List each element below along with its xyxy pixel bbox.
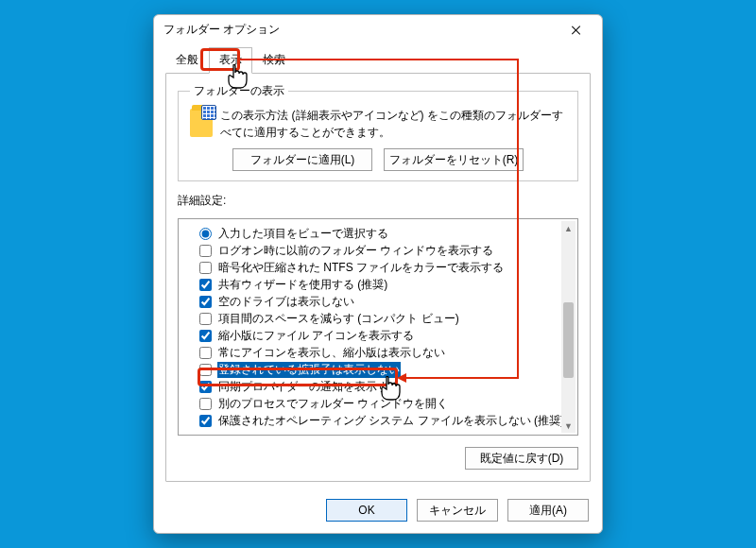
- advanced-item-label: 共有ウィザードを使用する (推奨): [217, 277, 388, 293]
- advanced-item-label: 保護されたオペレーティング システム ファイルを表示しない (推奨): [217, 413, 565, 429]
- checkbox-input[interactable]: [199, 313, 212, 325]
- advanced-item[interactable]: ログオン時に以前のフォルダー ウィンドウを表示する: [199, 242, 574, 259]
- advanced-settings-box: 入力した項目をビューで選択するログオン時に以前のフォルダー ウィンドウを表示する…: [178, 218, 578, 436]
- checkbox-input[interactable]: [199, 347, 212, 359]
- advanced-item[interactable]: 保護されたオペレーティング システム ファイルを表示しない (推奨): [199, 412, 574, 429]
- close-button[interactable]: [560, 18, 593, 43]
- advanced-item[interactable]: 縮小版にファイル アイコンを表示する: [199, 327, 574, 344]
- advanced-item[interactable]: 登録されている拡張子は表示しない: [199, 361, 574, 378]
- advanced-item-label: 常にアイコンを表示し、縮小版は表示しない: [217, 345, 446, 361]
- advanced-item-label: 空のドライブは表示しない: [217, 294, 355, 310]
- advanced-item-label: 登録されている拡張子は表示しない: [217, 362, 401, 378]
- advanced-item[interactable]: 同期プロバイダーの通知を表示する: [199, 378, 574, 395]
- advanced-settings-label: 詳細設定:: [178, 193, 578, 209]
- apply-to-folders-button[interactable]: フォルダーに適用(L): [232, 148, 372, 171]
- details-overlay-icon: [201, 105, 216, 120]
- ok-button[interactable]: OK: [326, 499, 407, 522]
- advanced-item[interactable]: 常にアイコンを表示し、縮小版は表示しない: [199, 344, 574, 361]
- advanced-item[interactable]: 別のプロセスでフォルダー ウィンドウを開く: [199, 395, 574, 412]
- folder-view-group: フォルダーの表示 この表示方法 (詳細表示やアイコンなど) をこの種類のフォルダ…: [178, 83, 578, 181]
- advanced-item[interactable]: 暗号化や圧縮された NTFS ファイルをカラーで表示する: [199, 259, 574, 276]
- restore-defaults-button[interactable]: 既定値に戻す(D): [465, 447, 578, 470]
- advanced-item-label: 同期プロバイダーの通知を表示する: [217, 379, 401, 395]
- tab-general[interactable]: 全般: [165, 47, 209, 74]
- scrollbar[interactable]: ▲ ▼: [561, 221, 576, 433]
- close-icon: [572, 26, 581, 35]
- advanced-item-label: 項目間のスペースを減らす (コンパクト ビュー): [217, 311, 460, 327]
- advanced-item-label: 縮小版にファイル アイコンを表示する: [217, 328, 415, 344]
- cancel-button[interactable]: キャンセル: [417, 499, 498, 522]
- advanced-item-label: 別のプロセスでフォルダー ウィンドウを開く: [217, 396, 449, 412]
- scroll-up-button[interactable]: ▲: [561, 221, 576, 235]
- checkbox-input[interactable]: [199, 381, 212, 393]
- tab-panel: フォルダーの表示 この表示方法 (詳細表示やアイコンなど) をこの種類のフォルダ…: [165, 73, 591, 482]
- checkbox-input[interactable]: [199, 398, 212, 410]
- advanced-item-label: 入力した項目をビューで選択する: [217, 226, 389, 242]
- tab-search[interactable]: 検索: [252, 47, 296, 74]
- scroll-thumb[interactable]: [563, 302, 574, 378]
- checkbox-input[interactable]: [199, 245, 212, 257]
- scroll-down-button[interactable]: ▼: [561, 419, 576, 433]
- checkbox-input[interactable]: [199, 415, 212, 427]
- advanced-item[interactable]: 共有ウィザードを使用する (推奨): [199, 276, 574, 293]
- advanced-settings-list[interactable]: 入力した項目をビューで選択するログオン時に以前のフォルダー ウィンドウを表示する…: [179, 219, 577, 435]
- folder-options-dialog: フォルダー オプション 全般 表示 検索 フォルダーの表示 この表示方法 (詳細…: [153, 14, 603, 534]
- advanced-item[interactable]: 空のドライブは表示しない: [199, 293, 574, 310]
- folder-view-desc: この表示方法 (詳細表示やアイコンなど) をこの種類のフォルダーすべてに適用する…: [220, 107, 566, 141]
- reset-folders-button[interactable]: フォルダーをリセット(R): [384, 148, 524, 171]
- checkbox-input[interactable]: [199, 279, 212, 291]
- tab-strip: 全般 表示 検索: [154, 46, 602, 73]
- folder-icon: [190, 109, 213, 137]
- checkbox-input[interactable]: [199, 296, 212, 308]
- dialog-footer: OK キャンセル 適用(A): [154, 491, 602, 533]
- titlebar: フォルダー オプション: [154, 15, 602, 44]
- apply-button[interactable]: 適用(A): [507, 499, 589, 522]
- radio-input[interactable]: [199, 228, 212, 240]
- checkbox-input[interactable]: [199, 262, 212, 274]
- advanced-item[interactable]: 項目間のスペースを減らす (コンパクト ビュー): [199, 310, 574, 327]
- tab-view[interactable]: 表示: [209, 47, 252, 74]
- advanced-item[interactable]: 入力した項目をビューで選択する: [199, 225, 574, 242]
- window-title: フォルダー オプション: [163, 22, 280, 38]
- advanced-item-label: 暗号化や圧縮された NTFS ファイルをカラーで表示する: [217, 260, 505, 276]
- checkbox-input[interactable]: [199, 330, 212, 342]
- advanced-item-label: ログオン時に以前のフォルダー ウィンドウを表示する: [217, 243, 494, 259]
- checkbox-input[interactable]: [199, 364, 212, 376]
- folder-view-legend: フォルダーの表示: [190, 83, 288, 99]
